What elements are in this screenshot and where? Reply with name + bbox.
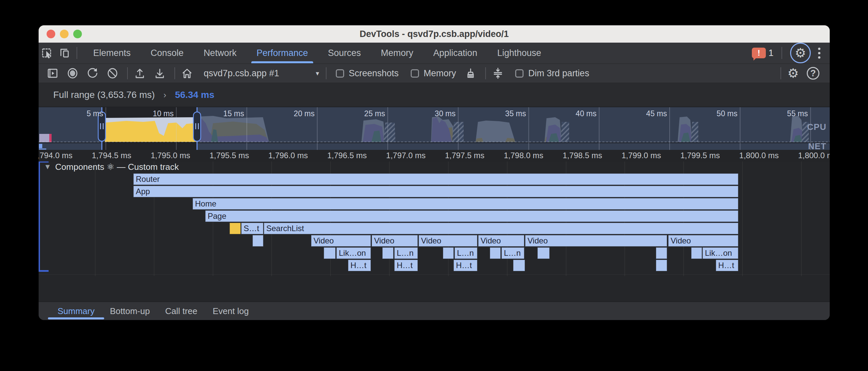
- memory-checkbox[interactable]: Memory: [411, 68, 456, 79]
- flame-bar[interactable]: [691, 248, 702, 259]
- checkbox-icon: [336, 69, 344, 78]
- flame-bar-ht[interactable]: H…t: [394, 260, 418, 271]
- tab-network[interactable]: Network: [194, 42, 247, 63]
- track-bottom-divider: [39, 275, 830, 275]
- separator: [175, 67, 175, 79]
- flame-bar-video[interactable]: Video: [668, 235, 738, 247]
- flame-bar-searchlist[interactable]: SearchList: [264, 223, 738, 234]
- collapse-triangle-icon[interactable]: ▼: [44, 163, 51, 171]
- ruler-label: 1,795.0 ms: [151, 151, 190, 160]
- tab-memory[interactable]: Memory: [371, 42, 423, 63]
- selected-range-crumb[interactable]: 56.34 ms: [175, 90, 214, 100]
- flame-bar-ln[interactable]: L…n: [502, 248, 524, 259]
- overview-tick-label: 35 ms: [505, 109, 526, 118]
- tab-performance[interactable]: Performance: [247, 42, 318, 63]
- flame-bar-app[interactable]: App: [133, 186, 738, 197]
- devtools-tabbar: ElementsConsoleNetworkPerformanceSources…: [39, 42, 830, 64]
- full-range-crumb[interactable]: Full range (3,653.76 ms): [53, 90, 155, 100]
- flame-bar-likon[interactable]: Lik…on: [703, 248, 738, 259]
- help-icon[interactable]: ?: [804, 66, 822, 81]
- track-title: Components ⚛ — Custom track: [55, 162, 179, 172]
- download-icon[interactable]: [151, 66, 168, 81]
- flame-bar-video[interactable]: Video: [372, 235, 418, 247]
- overview-tick-label: 50 ms: [717, 109, 738, 118]
- flame-bar-likon[interactable]: Lik…on: [337, 248, 371, 259]
- collapse-icon[interactable]: [489, 66, 506, 81]
- record-icon[interactable]: [64, 66, 81, 81]
- tab-elements[interactable]: Elements: [83, 42, 141, 63]
- flame-bar-ht[interactable]: H…t: [454, 260, 477, 271]
- settings-gear-icon[interactable]: ⚙: [784, 66, 802, 81]
- flame-bar-video[interactable]: Video: [419, 235, 477, 247]
- flame-bar[interactable]: [656, 260, 667, 271]
- flame-bar-home[interactable]: Home: [193, 198, 738, 209]
- tab-console[interactable]: Console: [141, 42, 194, 63]
- flame-bar-st[interactable]: S…t: [241, 223, 263, 234]
- components-track-header[interactable]: ▼ Components ⚛ — Custom track: [39, 162, 179, 172]
- upload-icon[interactable]: [131, 66, 149, 81]
- flame-bar-video[interactable]: Video: [311, 235, 371, 247]
- flame-bar[interactable]: [490, 248, 501, 259]
- overview-tick-label: 30 ms: [435, 109, 456, 118]
- collect-garbage-icon[interactable]: [462, 66, 479, 81]
- panel-toggle-icon[interactable]: [44, 66, 61, 81]
- close-window-icon[interactable]: [46, 30, 55, 38]
- flame-bar[interactable]: [382, 248, 393, 259]
- flame-bar-ht[interactable]: H…t: [348, 260, 371, 271]
- flame-bar-ht[interactable]: H…t: [716, 260, 738, 271]
- zoom-window-icon[interactable]: [73, 30, 82, 38]
- timeline-overview[interactable]: 5 ms10 ms15 ms20 ms25 ms30 ms35 ms40 ms4…: [39, 107, 830, 150]
- bottom-tabbar: SummaryBottom-upCall treeEvent log: [39, 302, 830, 320]
- title-bar: DevTools - qsvd7p.csb.app/video/1: [39, 25, 830, 42]
- range-breadcrumb: Full range (3,653.76 ms) › 56.34 ms: [39, 83, 830, 107]
- flame-bar[interactable]: [513, 260, 525, 271]
- flame-bar-video[interactable]: Video: [478, 235, 524, 247]
- ruler-label: 1,799.0 ms: [621, 151, 661, 160]
- ruler-label: 1,795.5 ms: [210, 151, 249, 160]
- bottom-tab-summary[interactable]: Summary: [50, 302, 102, 320]
- panel-tabs: ElementsConsoleNetworkPerformanceSources…: [83, 42, 551, 63]
- performance-toolbar: qsvd7p.csb.app #1 ▾ Screenshots Memory: [39, 64, 830, 83]
- flame-bar-video[interactable]: Video: [525, 235, 667, 247]
- chevron-right-icon: ›: [163, 90, 166, 100]
- flame-bar[interactable]: [253, 235, 263, 247]
- bottom-tab-call-tree[interactable]: Call tree: [157, 302, 205, 320]
- flame-bar[interactable]: [656, 248, 667, 259]
- kebab-menu-icon[interactable]: [815, 48, 823, 59]
- tab-application[interactable]: Application: [423, 42, 487, 63]
- grid-line: [801, 162, 802, 276]
- target-selector[interactable]: qsvd7p.csb.app #1 ▾: [204, 68, 319, 79]
- flame-chart[interactable]: ▼ Components ⚛ — Custom track RouterAppH…: [39, 162, 830, 302]
- flame-bar[interactable]: [537, 248, 550, 259]
- error-badge[interactable]: ! 1: [752, 48, 773, 58]
- selected-track-bracket: [39, 162, 40, 272]
- ruler-label: 1,798.5 ms: [563, 151, 602, 160]
- ruler-label: 1,797.5 ms: [445, 151, 485, 160]
- bottom-tab-event-log[interactable]: Event log: [205, 302, 256, 320]
- overview-tick-label: 10 ms: [153, 109, 174, 118]
- overview-tick-label: 20 ms: [294, 109, 315, 118]
- tab-lighthouse[interactable]: Lighthouse: [487, 42, 551, 63]
- window-title: DevTools - qsvd7p.csb.app/video/1: [360, 29, 508, 39]
- settings-gear-icon[interactable]: ⚙: [795, 47, 806, 59]
- overview-tick-label: 25 ms: [364, 109, 385, 118]
- reload-icon[interactable]: [84, 66, 101, 81]
- flame-bar[interactable]: [324, 248, 336, 259]
- checkbox-icon: [411, 69, 419, 78]
- flame-bar-ln[interactable]: L…n: [394, 248, 418, 259]
- dim-3rd-parties-checkbox[interactable]: Dim 3rd parties: [515, 68, 589, 79]
- bottom-tab-bottom-up[interactable]: Bottom-up: [102, 302, 157, 320]
- flame-bar-page[interactable]: Page: [205, 210, 738, 222]
- device-toolbar-icon[interactable]: [56, 44, 73, 62]
- net-lane-label: NET: [808, 141, 827, 150]
- clear-icon[interactable]: [104, 66, 121, 81]
- tab-sources[interactable]: Sources: [318, 42, 371, 63]
- minimize-window-icon[interactable]: [60, 30, 68, 38]
- flame-bar[interactable]: [443, 248, 454, 259]
- flame-bar-ln[interactable]: L…n: [455, 248, 477, 259]
- inspect-icon[interactable]: [39, 44, 56, 62]
- home-icon[interactable]: [178, 66, 196, 81]
- flame-bar[interactable]: [230, 223, 241, 234]
- flame-bar-router[interactable]: Router: [133, 173, 738, 185]
- screenshots-checkbox[interactable]: Screenshots: [336, 68, 399, 79]
